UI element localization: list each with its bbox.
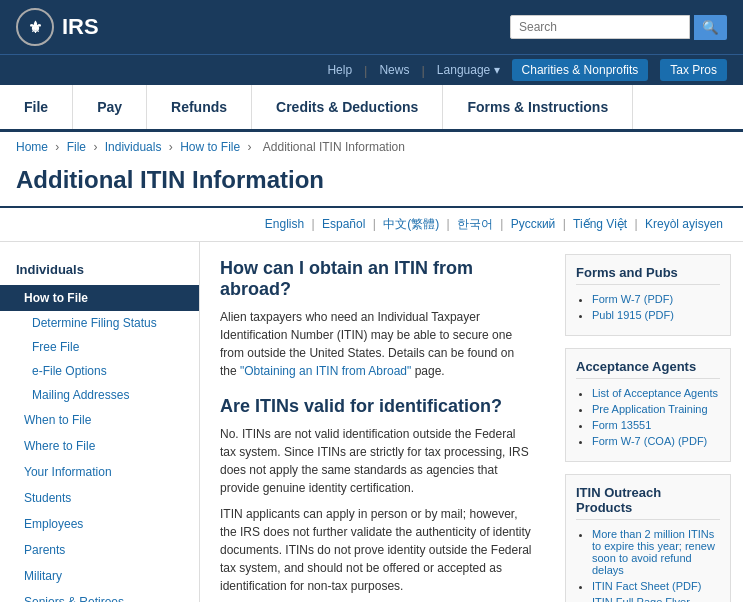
search-area: 🔍 <box>510 15 727 40</box>
top-bar: ⚜ IRS 🔍 <box>0 0 743 54</box>
page-title: Additional ITIN Information <box>16 166 727 194</box>
panel-itin-outreach-title: ITIN Outreach Products <box>576 485 720 520</box>
section-para-2-0: No. ITINs are not valid identification o… <box>220 425 533 497</box>
breadcrumb-sep-4: › <box>248 140 255 154</box>
breadcrumb-file[interactable]: File <box>67 140 86 154</box>
panel-forms-pubs-list: Form W-7 (PDF) Publ 1915 (PDF) <box>576 293 720 321</box>
content-area: Individuals How to File Determine Filing… <box>0 242 743 602</box>
breadcrumb-current: Additional ITIN Information <box>263 140 405 154</box>
panel-forms-pubs: Forms and Pubs Form W-7 (PDF) Publ 1915 … <box>565 254 731 336</box>
list-item: ITIN Fact Sheet (PDF) <box>592 580 720 592</box>
section-para-1-0: Alien taxpayers who need an Individual T… <box>220 308 533 380</box>
help-link[interactable]: Help <box>327 63 352 77</box>
sidebar-item-military[interactable]: Military <box>0 563 199 589</box>
form-13551-link[interactable]: Form 13551 <box>592 419 651 431</box>
main-content: How can I obtain an ITIN from abroad? Al… <box>200 242 553 602</box>
sidebar-item-when-to-file[interactable]: When to File <box>0 407 199 433</box>
list-item: Publ 1915 (PDF) <box>592 309 720 321</box>
panel-acceptance-agents-list: List of Acceptance Agents Pre Applicatio… <box>576 387 720 447</box>
util-sep-1: | <box>364 63 367 78</box>
list-agents-link[interactable]: List of Acceptance Agents <box>592 387 718 399</box>
pre-app-training-link[interactable]: Pre Application Training <box>592 403 708 415</box>
nav-refunds[interactable]: Refunds <box>147 85 252 129</box>
list-item: Form W-7 (COA) (PDF) <box>592 435 720 447</box>
logo-text: IRS <box>62 14 99 40</box>
publ-1915-link[interactable]: Publ 1915 (PDF) <box>592 309 674 321</box>
list-item: Form 13551 <box>592 419 720 431</box>
sidebar-item-your-information[interactable]: Your Information <box>0 459 199 485</box>
search-input[interactable] <box>510 15 690 39</box>
lang-russian[interactable]: Русский <box>511 217 556 231</box>
logo-area: ⚜ IRS <box>16 8 99 46</box>
section-heading-2: Are ITINs valid for identification? <box>220 396 533 417</box>
itin-fact-sheet-link[interactable]: ITIN Fact Sheet (PDF) <box>592 580 701 592</box>
form-w7-coa-link[interactable]: Form W-7 (COA) (PDF) <box>592 435 707 447</box>
utility-nav: Help | News | Language ▾ Charities & Non… <box>0 54 743 85</box>
sidebar-section-individuals[interactable]: Individuals <box>0 254 199 285</box>
lang-espanol[interactable]: Español <box>322 217 365 231</box>
panel-acceptance-agents-title: Acceptance Agents <box>576 359 720 379</box>
nav-pay[interactable]: Pay <box>73 85 147 129</box>
panel-forms-pubs-title: Forms and Pubs <box>576 265 720 285</box>
lang-haitian[interactable]: Kreyòl ayisyen <box>645 217 723 231</box>
breadcrumb-sep-2: › <box>93 140 100 154</box>
sidebar-item-mailing-addresses[interactable]: Mailing Addresses <box>0 383 199 407</box>
language-bar: English | Español | 中文(繁體) | 한국어 | Русск… <box>0 208 743 242</box>
sidebar-item-parents[interactable]: Parents <box>0 537 199 563</box>
form-w7-link[interactable]: Form W-7 (PDF) <box>592 293 673 305</box>
list-item: Form W-7 (PDF) <box>592 293 720 305</box>
nav-forms-instructions[interactable]: Forms & Instructions <box>443 85 633 129</box>
page-title-area: Additional ITIN Information <box>0 162 743 208</box>
sidebar-item-where-to-file[interactable]: Where to File <box>0 433 199 459</box>
panel-itin-outreach: ITIN Outreach Products More than 2 milli… <box>565 474 731 602</box>
sidebar-item-employees[interactable]: Employees <box>0 511 199 537</box>
sidebar-item-efile-options[interactable]: e-File Options <box>0 359 199 383</box>
sidebar-item-how-to-file[interactable]: How to File <box>0 285 199 311</box>
charities-button[interactable]: Charities & Nonprofits <box>512 59 649 81</box>
util-sep-2: | <box>421 63 424 78</box>
language-link[interactable]: Language ▾ <box>437 63 500 77</box>
lang-chinese[interactable]: 中文(繁體) <box>383 217 439 231</box>
breadcrumb-sep-1: › <box>55 140 62 154</box>
list-item: Pre Application Training <box>592 403 720 415</box>
breadcrumb-how-to-file[interactable]: How to File <box>180 140 240 154</box>
news-link[interactable]: News <box>379 63 409 77</box>
list-item: List of Acceptance Agents <box>592 387 720 399</box>
list-item: ITIN Full Page Flyer (PDF) <box>592 596 720 602</box>
breadcrumb-individuals[interactable]: Individuals <box>105 140 162 154</box>
sidebar-item-students[interactable]: Students <box>0 485 199 511</box>
lang-english[interactable]: English <box>265 217 304 231</box>
taxpros-button[interactable]: Tax Pros <box>660 59 727 81</box>
section-heading-1: How can I obtain an ITIN from abroad? <box>220 258 533 300</box>
nav-credits-deductions[interactable]: Credits & Deductions <box>252 85 443 129</box>
breadcrumb-sep-3: › <box>169 140 176 154</box>
right-panels: Forms and Pubs Form W-7 (PDF) Publ 1915 … <box>553 242 743 602</box>
list-item: More than 2 million ITINs to expire this… <box>592 528 720 576</box>
sidebar-item-seniors[interactable]: Seniors & Retirees <box>0 589 199 602</box>
irs-logo-icon: ⚜ <box>16 8 54 46</box>
obtaining-itin-link[interactable]: "Obtaining an ITIN from Abroad" <box>240 364 411 378</box>
breadcrumb: Home › File › Individuals › How to File … <box>0 132 743 162</box>
section-para-2-1: ITIN applicants can apply in person or b… <box>220 505 533 595</box>
panel-acceptance-agents: Acceptance Agents List of Acceptance Age… <box>565 348 731 462</box>
sidebar-item-determine-filing[interactable]: Determine Filing Status <box>0 311 199 335</box>
breadcrumb-home[interactable]: Home <box>16 140 48 154</box>
lang-vietnamese[interactable]: Tiếng Việt <box>573 217 627 231</box>
lang-korean[interactable]: 한국어 <box>457 217 493 231</box>
itin-expire-link[interactable]: More than 2 million ITINs to expire this… <box>592 528 715 576</box>
search-button[interactable]: 🔍 <box>694 15 727 40</box>
sidebar-item-free-file[interactable]: Free File <box>0 335 199 359</box>
main-nav: File Pay Refunds Credits & Deductions Fo… <box>0 85 743 132</box>
itin-full-flyer-link[interactable]: ITIN Full Page Flyer (PDF) <box>592 596 690 602</box>
nav-file[interactable]: File <box>0 85 73 129</box>
panel-itin-outreach-list: More than 2 million ITINs to expire this… <box>576 528 720 602</box>
sidebar: Individuals How to File Determine Filing… <box>0 242 200 602</box>
